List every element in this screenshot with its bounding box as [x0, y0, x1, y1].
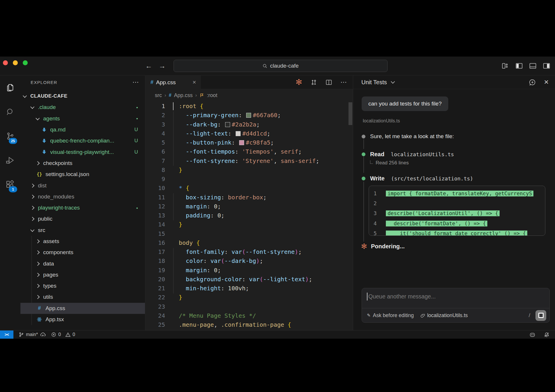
- code-line[interactable]: 11 box-sizing: border-box;: [145, 193, 353, 202]
- panel-title[interactable]: Unit Tests: [361, 79, 387, 86]
- activity-search-icon[interactable]: [0, 100, 20, 124]
- tool-read-row[interactable]: Read localizationUtils.ts: [362, 151, 454, 158]
- code-line[interactable]: 7 --font-styrene: 'Styrene', sans-serif;: [145, 157, 353, 166]
- diff-line: 1import { formatDate, translateKey, getC…: [369, 189, 545, 198]
- tree-item--claude[interactable]: .claude●: [20, 102, 145, 113]
- code-line[interactable]: 22}: [145, 293, 353, 302]
- customize-layout-icon[interactable]: [502, 62, 509, 70]
- forward-arrow-icon[interactable]: →: [159, 62, 166, 70]
- code-line-text: box-sizing: border-box;: [165, 193, 267, 202]
- code-line[interactable]: 19 margin: 0;: [145, 266, 353, 275]
- attached-file-chip[interactable]: localizationUtils.ts: [420, 312, 468, 319]
- edit-mode-selector[interactable]: ✎ Ask before editing: [367, 312, 414, 319]
- code-line[interactable]: 1:root {: [145, 102, 353, 111]
- tree-item-quebec-french-complian-[interactable]: quebec-french-complian...U: [20, 135, 145, 146]
- tree-item-qa-md[interactable]: qa.mdU: [20, 124, 145, 135]
- code-line[interactable]: 21 min-height: 100vh;: [145, 284, 353, 293]
- stop-button[interactable]: [535, 310, 546, 321]
- back-arrow-icon[interactable]: ←: [145, 62, 152, 70]
- tree-item-assets[interactable]: assets: [20, 236, 145, 247]
- tool-write-row[interactable]: Write (src/test/localization.ts): [362, 175, 473, 182]
- code-line[interactable]: 6 --font-tiempos: 'Tiempos', serif;: [145, 147, 353, 156]
- open-changes-icon[interactable]: [310, 79, 317, 86]
- tree-item-checkpoints[interactable]: checkpoints: [20, 158, 145, 169]
- activity-explorer-icon[interactable]: [0, 75, 20, 100]
- tree-item-dist[interactable]: dist: [20, 180, 145, 191]
- command-center-search[interactable]: claude-cafe: [174, 60, 388, 72]
- tree-item-playwright-traces[interactable]: playwright-traces●: [20, 202, 145, 213]
- toggle-primary-sidebar-icon[interactable]: [515, 62, 523, 70]
- toggle-panel-icon[interactable]: [529, 62, 537, 70]
- traffic-close-button[interactable]: [3, 60, 8, 65]
- code-line[interactable]: 4 --light-text: #d4d1cd;: [145, 129, 353, 138]
- code-line[interactable]: 24/* Menu Page Styles */: [145, 311, 353, 320]
- problems-status[interactable]: 0 0: [51, 332, 75, 337]
- tree-item-claude-cafe[interactable]: CLAUDE-CAFE: [20, 91, 145, 102]
- code-line[interactable]: 2 --primary-green: #667a60;: [145, 111, 353, 120]
- breadcrumb-src[interactable]: src: [155, 92, 162, 99]
- activity-source-control-icon[interactable]: 25: [0, 124, 20, 148]
- code-line[interactable]: 5 --button-pink: #c98fa5;: [145, 138, 353, 147]
- activity-run-debug-icon[interactable]: [0, 148, 20, 172]
- code-line[interactable]: 18 color: var(--dark-bg);: [145, 256, 353, 266]
- code-line[interactable]: 25.menu-page, .confirmation-page {: [145, 320, 353, 329]
- code-line[interactable]: 16body {: [145, 238, 353, 247]
- code-editor[interactable]: 1:root {2 --primary-green: #667a60;3 --d…: [145, 102, 353, 330]
- chevron-down-icon[interactable]: [391, 80, 395, 84]
- claude-starburst-icon[interactable]: ✻: [295, 78, 302, 86]
- pondering-text: Pondering...: [371, 243, 405, 250]
- code-line[interactable]: 12 margin: 0;: [145, 202, 353, 211]
- tree-item-agents[interactable]: agents●: [20, 113, 145, 124]
- explorer-more-actions-icon[interactable]: ⋯: [132, 78, 139, 86]
- code-line[interactable]: 13 padding: 0;: [145, 211, 353, 220]
- editor-scrollbar-thumb[interactable]: [349, 102, 352, 125]
- code-line[interactable]: 8}: [145, 166, 353, 175]
- tree-item-label: src: [38, 227, 45, 233]
- input-placeholder: Queue another message...: [368, 293, 436, 300]
- tree-item-settings-local-json[interactable]: {}settings.local.json: [20, 169, 145, 180]
- tree-item-src[interactable]: src: [20, 225, 145, 236]
- activity-extensions-icon[interactable]: 1: [0, 172, 20, 196]
- tab-close-icon[interactable]: ✕: [192, 80, 196, 85]
- tree-item-utils[interactable]: utils: [20, 291, 145, 303]
- tree-item-visual-testing-playwright-[interactable]: visual-testing-playwright...U: [20, 146, 145, 157]
- copilot-icon[interactable]: [529, 332, 535, 338]
- traffic-zoom-button[interactable]: [23, 60, 28, 65]
- split-editor-icon[interactable]: [325, 79, 332, 86]
- code-line[interactable]: 10* {: [145, 184, 353, 193]
- tree-item-node-modules[interactable]: node_modules: [20, 191, 145, 202]
- code-line[interactable]: 15: [145, 229, 353, 238]
- slash-command-hint[interactable]: /: [529, 312, 530, 319]
- tree-item-data[interactable]: data: [20, 258, 145, 269]
- code-line[interactable]: 20 background-color: var(--light-text);: [145, 275, 353, 284]
- tree-item-app-tsx[interactable]: App.tsx: [20, 314, 145, 325]
- tree-item-pages[interactable]: pages: [20, 269, 145, 280]
- code-line[interactable]: 9: [145, 175, 353, 184]
- code-line-text: }: [165, 166, 182, 175]
- editor-more-actions-icon[interactable]: ⋯: [340, 78, 347, 86]
- line-number: 16: [145, 238, 165, 247]
- message-input-box[interactable]: Queue another message... ✎ Ask before ed…: [362, 288, 550, 323]
- tree-item-components[interactable]: components: [20, 247, 145, 258]
- toggle-secondary-sidebar-icon[interactable]: [543, 62, 550, 70]
- tree-item-types[interactable]: types: [20, 280, 145, 291]
- breadcrumb[interactable]: src › # App.css › :root: [145, 89, 353, 102]
- remote-indicator[interactable]: ><: [0, 331, 13, 339]
- breadcrumb-file[interactable]: App.css: [174, 92, 193, 99]
- breadcrumb-symbol[interactable]: :root: [207, 92, 217, 99]
- notifications-muted-icon[interactable]: [544, 332, 550, 338]
- tree-item-public[interactable]: public: [20, 213, 145, 224]
- code-line[interactable]: 14}: [145, 220, 353, 229]
- panel-close-icon[interactable]: ✕: [544, 79, 549, 86]
- new-chat-icon[interactable]: [529, 79, 536, 86]
- branch-status[interactable]: main*: [19, 332, 46, 337]
- tree-item-app-css[interactable]: #App.css: [20, 303, 145, 314]
- code-line-text: padding: 0;: [165, 211, 225, 220]
- diff-preview-block[interactable]: 1import { formatDate, translateKey, getC…: [369, 186, 545, 236]
- code-line[interactable]: 3 --dark-bg: #2a2b2a;: [145, 120, 353, 129]
- traffic-minimize-button[interactable]: [13, 60, 18, 65]
- tab-app-css[interactable]: # App.css ✕: [145, 75, 201, 89]
- tab-label: App.css: [156, 79, 176, 86]
- code-line[interactable]: 23: [145, 302, 353, 311]
- code-line[interactable]: 17 font-family: var(--font-styrene);: [145, 247, 353, 256]
